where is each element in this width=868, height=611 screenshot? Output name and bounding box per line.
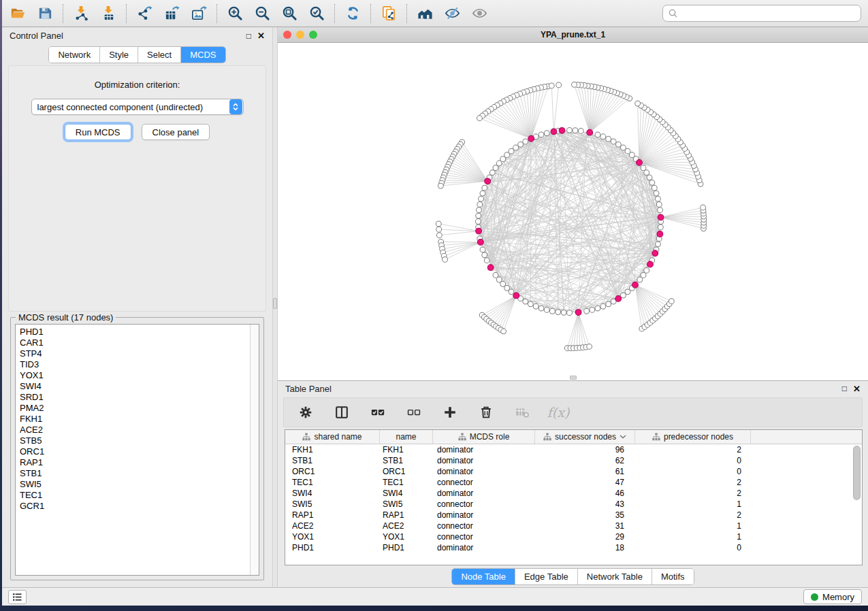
- network-node[interactable]: [641, 165, 646, 171]
- close-panel-button[interactable]: Close panel: [142, 124, 210, 140]
- network-node[interactable]: [496, 277, 502, 282]
- horizontal-splitter-grip[interactable]: [570, 376, 577, 380]
- network-node[interactable]: [556, 82, 562, 88]
- network-node[interactable]: [496, 161, 502, 166]
- mcds-hub-node[interactable]: [476, 228, 482, 234]
- network-node[interactable]: [600, 134, 606, 139]
- table-row[interactable]: ORC1ORC1dominator610: [285, 466, 862, 477]
- mcds-hub-node[interactable]: [575, 310, 581, 316]
- network-node[interactable]: [656, 242, 661, 247]
- task-history-button[interactable]: [8, 590, 27, 604]
- mcds-hub-node[interactable]: [647, 261, 654, 267]
- maximize-window-icon[interactable]: [309, 31, 317, 39]
- deselect-all-button[interactable]: [405, 403, 423, 421]
- result-list-scrollbar[interactable]: [250, 325, 259, 575]
- table-settings-button[interactable]: [297, 403, 315, 421]
- network-node[interactable]: [480, 191, 485, 196]
- network-node[interactable]: [539, 306, 544, 311]
- network-node[interactable]: [641, 273, 646, 278]
- table-row[interactable]: ACE2ACE2connector311: [285, 521, 862, 531]
- mcds-result-item[interactable]: STB5: [20, 435, 250, 446]
- network-node[interactable]: [658, 225, 663, 230]
- mcds-hub-node[interactable]: [657, 231, 663, 237]
- import-network-button[interactable]: [72, 5, 90, 22]
- export-network-button[interactable]: [135, 5, 153, 22]
- network-node[interactable]: [572, 82, 577, 87]
- table-row[interactable]: TEC1TEC1connector472: [285, 477, 862, 488]
- memory-button[interactable]: Memory: [803, 589, 862, 604]
- delete-column-button[interactable]: [477, 403, 495, 421]
- mcds-hub-node[interactable]: [559, 127, 565, 133]
- network-node[interactable]: [567, 127, 573, 133]
- table-row[interactable]: STB1STB1dominator620: [285, 455, 862, 466]
- network-node[interactable]: [647, 175, 652, 180]
- close-window-icon[interactable]: [283, 31, 291, 39]
- mcds-result-item[interactable]: CAR1: [20, 337, 250, 348]
- mcds-result-item[interactable]: TID3: [20, 359, 250, 370]
- network-node[interactable]: [477, 208, 482, 213]
- network-node[interactable]: [606, 301, 611, 307]
- network-node[interactable]: [513, 145, 519, 150]
- network-node[interactable]: [480, 247, 485, 252]
- column-header-predecessor-nodes[interactable]: predecessor nodes: [635, 430, 751, 444]
- mcds-result-item[interactable]: SRD1: [20, 392, 250, 403]
- tab-network[interactable]: Network: [49, 47, 99, 63]
- mcds-result-item[interactable]: YOX1: [20, 370, 250, 381]
- network-node[interactable]: [523, 139, 528, 144]
- network-node[interactable]: [528, 301, 533, 307]
- table-row[interactable]: SWI4SWI4dominator462: [285, 488, 862, 499]
- column-header-MCDS-role[interactable]: MCDS role: [433, 430, 535, 444]
- network-node[interactable]: [644, 170, 649, 176]
- network-node[interactable]: [523, 299, 528, 304]
- mcds-result-item[interactable]: RAP1: [20, 457, 250, 468]
- select-all-button[interactable]: [369, 403, 387, 421]
- network-node[interactable]: [544, 131, 549, 136]
- network-node[interactable]: [669, 299, 674, 304]
- optimization-criterion-select[interactable]: largest connected component (undirected): [31, 99, 244, 115]
- network-node[interactable]: [477, 116, 483, 121]
- network-node[interactable]: [436, 233, 442, 238]
- tab-select[interactable]: Select: [138, 47, 180, 63]
- mcds-hub-node[interactable]: [528, 135, 534, 142]
- network-node[interactable]: [504, 152, 510, 158]
- zoom-fit-button[interactable]: [280, 5, 298, 22]
- network-node[interactable]: [652, 185, 657, 191]
- zoom-in-button[interactable]: [226, 5, 244, 22]
- zoom-selected-button[interactable]: [308, 5, 325, 22]
- network-node[interactable]: [620, 145, 626, 150]
- show-all-button[interactable]: [470, 5, 488, 22]
- close-panel-icon[interactable]: ✕: [257, 31, 265, 40]
- network-node[interactable]: [539, 132, 544, 137]
- network-node[interactable]: [533, 303, 539, 309]
- network-node[interactable]: [595, 306, 600, 311]
- network-node[interactable]: [500, 156, 506, 162]
- hide-selected-button[interactable]: [443, 5, 461, 22]
- mcds-hub-node[interactable]: [551, 129, 557, 135]
- mcds-result-item[interactable]: SWI5: [20, 479, 250, 490]
- mcds-result-item[interactable]: STP4: [20, 348, 250, 359]
- mcds-result-item[interactable]: STB1: [20, 468, 250, 479]
- network-node[interactable]: [587, 344, 592, 350]
- network-node[interactable]: [656, 201, 662, 207]
- mcds-result-item[interactable]: TEC1: [20, 490, 250, 501]
- network-node[interactable]: [443, 257, 448, 262]
- search-input[interactable]: [681, 9, 856, 18]
- mcds-result-item[interactable]: FKH1: [20, 414, 250, 425]
- table-row[interactable]: RAP1RAP1dominator352: [285, 510, 862, 521]
- network-node[interactable]: [509, 148, 514, 154]
- mcds-result-item[interactable]: ORC1: [20, 446, 250, 457]
- network-node[interactable]: [615, 142, 621, 147]
- network-node[interactable]: [590, 308, 595, 313]
- network-node[interactable]: [637, 277, 643, 282]
- mcds-hub-node[interactable]: [658, 214, 664, 220]
- mcds-hub-node[interactable]: [632, 282, 639, 288]
- close-table-panel-icon[interactable]: ✕: [853, 384, 861, 393]
- mcds-result-list[interactable]: PHD1CAR1STP4TID3YOX1SWI4SRD1PMA2FKH1ACE2…: [15, 324, 259, 576]
- network-node[interactable]: [476, 213, 481, 218]
- table-row[interactable]: SWI5SWI5connector431: [285, 499, 862, 510]
- network-canvas[interactable]: [278, 43, 868, 380]
- network-node[interactable]: [606, 136, 611, 142]
- table-row[interactable]: PHD1PHD1dominator180: [285, 542, 862, 553]
- network-node[interactable]: [501, 329, 507, 334]
- network-node[interactable]: [654, 191, 659, 196]
